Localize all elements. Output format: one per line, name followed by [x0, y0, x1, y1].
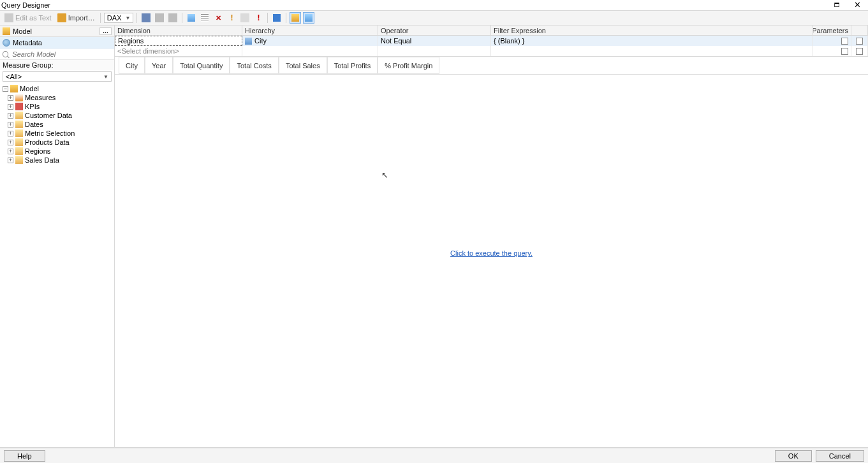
- language-select[interactable]: DAX ▼: [104, 13, 134, 23]
- tree-node-dates[interactable]: + Dates: [6, 120, 113, 129]
- workspace: Model … Metadata Measure Group: <All> ▼ …: [0, 26, 868, 448]
- filter-row[interactable]: Regions City Not Equal { (Blank) }: [115, 36, 868, 46]
- delete-button[interactable]: ✕: [212, 12, 224, 24]
- expander-plus-icon[interactable]: +: [8, 149, 13, 154]
- expander-minus-icon[interactable]: −: [3, 86, 8, 92]
- help-button[interactable]: Help: [4, 450, 45, 462]
- expander-plus-icon[interactable]: +: [8, 95, 13, 101]
- empty-cell: [242, 46, 378, 56]
- maximize-button[interactable]: 🗖: [830, 2, 844, 8]
- result-column-headers: City Year Total Quantity Total Costs Tot…: [115, 57, 868, 75]
- toolbar: Edit as Text Import… DAX ▼ ✕ ! !: [0, 10, 868, 26]
- tree-node-regions[interactable]: + Regions: [6, 147, 113, 156]
- measure-group-select[interactable]: <All> ▼: [3, 71, 112, 82]
- tree-node-label: Model: [20, 85, 39, 92]
- filter-row-placeholder[interactable]: <Select dimension>: [115, 46, 868, 56]
- dimension-icon: [15, 147, 23, 155]
- empty-cell: [378, 46, 491, 56]
- wand-icon: [155, 13, 164, 22]
- filter-hierarchy-value: City: [254, 37, 267, 45]
- show-empty-button[interactable]: [186, 12, 197, 24]
- filter-button[interactable]: [167, 12, 179, 24]
- members-button[interactable]: [154, 12, 165, 24]
- tree-node-sales-data[interactable]: + Sales Data: [6, 156, 113, 165]
- prepare-button[interactable]: [271, 12, 283, 24]
- expander-plus-icon[interactable]: +: [8, 131, 13, 136]
- result-col-header[interactable]: City: [119, 57, 145, 74]
- edit-as-text-button[interactable]: Edit as Text: [3, 12, 54, 24]
- expander-plus-icon[interactable]: +: [8, 113, 13, 119]
- tree-node-model[interactable]: − Model: [1, 84, 113, 93]
- expander-plus-icon[interactable]: +: [8, 122, 13, 128]
- folder-icon: [57, 13, 66, 22]
- titlebar: Query Designer 🗖 ✕: [0, 0, 868, 10]
- result-col-header[interactable]: Total Profits: [327, 57, 378, 74]
- expander-plus-icon[interactable]: +: [8, 158, 13, 163]
- expander-plus-icon[interactable]: +: [8, 140, 13, 145]
- param-checkbox[interactable]: [841, 38, 848, 45]
- execute-query-link[interactable]: Click to execute the query.: [450, 249, 533, 257]
- tree-node-label: Products Data: [25, 138, 70, 146]
- tree-node-customer-data[interactable]: + Customer Data: [6, 111, 113, 120]
- bang-icon: !: [230, 13, 233, 22]
- tree-node-kpis[interactable]: + KPIs: [6, 102, 113, 111]
- bottom-right-buttons: OK Cancel: [775, 450, 864, 462]
- import-button[interactable]: Import…: [55, 12, 97, 24]
- expander-plus-icon[interactable]: +: [8, 104, 13, 110]
- filter-param-checkbox2-cell: [851, 46, 868, 56]
- refresh-button[interactable]: [140, 12, 152, 24]
- result-col-header[interactable]: Total Costs: [230, 57, 278, 74]
- metadata-label: Metadata: [13, 39, 42, 47]
- filter-operator-cell[interactable]: Not Equal: [378, 36, 491, 46]
- toggle-left-panel-button[interactable]: [290, 12, 301, 24]
- cube-icon: [3, 27, 10, 35]
- result-col-header[interactable]: Year: [145, 57, 173, 74]
- globe-icon: [3, 39, 10, 47]
- filter-hierarchy-cell[interactable]: City: [242, 36, 378, 46]
- model-pick-button[interactable]: …: [99, 27, 112, 35]
- auto-exec-button[interactable]: [199, 12, 210, 24]
- panel-left-icon: [291, 14, 299, 22]
- result-col-header[interactable]: Total Sales: [279, 57, 327, 74]
- execute-button[interactable]: !: [226, 12, 237, 24]
- toggle-right-panel-button[interactable]: [303, 12, 314, 24]
- toolbar-separator: [182, 13, 182, 23]
- metadata-tab[interactable]: Metadata: [0, 37, 114, 48]
- square-icon: [273, 14, 281, 22]
- tree-node-measures[interactable]: + Measures: [6, 93, 113, 102]
- right-panel: Dimension Hierarchy Operator Filter Expr…: [115, 26, 868, 447]
- cube-icon: [188, 14, 195, 22]
- empty-cell: [491, 46, 813, 56]
- search-row: [0, 48, 114, 60]
- param-checkbox[interactable]: [841, 48, 848, 55]
- x-icon: ✕: [216, 14, 221, 22]
- cancel-button[interactable]: Cancel: [816, 450, 864, 462]
- filter-dimension-placeholder[interactable]: <Select dimension>: [115, 46, 242, 56]
- table-icon: [201, 14, 209, 22]
- param-checkbox[interactable]: [856, 48, 863, 55]
- param-checkbox[interactable]: [856, 38, 863, 45]
- filter-param-checkbox2-cell: [851, 36, 868, 46]
- ok-button[interactable]: OK: [775, 450, 812, 462]
- result-col-header[interactable]: Total Quantity: [173, 57, 230, 74]
- tree-node-label: Sales Data: [25, 156, 59, 164]
- filter-expression-cell[interactable]: { (Blank) }: [491, 36, 813, 46]
- filter-dimension-cell[interactable]: Regions: [115, 36, 242, 46]
- tree-node-label: KPIs: [25, 103, 40, 110]
- cancel-exec-button[interactable]: [239, 12, 251, 24]
- metadata-tree: − Model + Measures + KPIs: [0, 83, 114, 447]
- design-mode-button[interactable]: !: [253, 12, 264, 24]
- measure-group-label: Measure Group:: [0, 60, 114, 70]
- tree-node-label: Customer Data: [25, 112, 72, 119]
- tree-children: + Measures + KPIs + Customer Data: [6, 93, 113, 165]
- dimension-icon: [15, 112, 23, 119]
- result-col-header[interactable]: % Profit Margin: [378, 57, 439, 74]
- tree-node-products-data[interactable]: + Products Data: [6, 138, 113, 147]
- tree-node-metric-selection[interactable]: + Metric Selection: [6, 129, 113, 138]
- close-button[interactable]: ✕: [850, 2, 864, 8]
- search-input[interactable]: [11, 50, 112, 59]
- tree-node-label: Regions: [25, 147, 50, 155]
- query-designer-window: Query Designer 🗖 ✕ Edit as Text Import… …: [0, 0, 868, 463]
- model-header: Model …: [0, 26, 114, 37]
- model-header-label: Model: [13, 27, 32, 35]
